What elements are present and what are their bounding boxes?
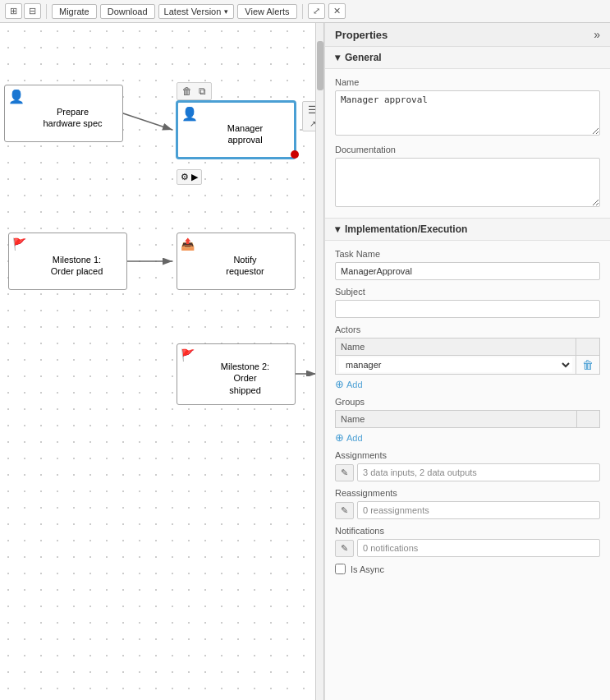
toolbar-view-group: ⊞ ⊟ xyxy=(5,3,41,19)
latest-version-dropdown[interactable]: Latest Version ▾ xyxy=(158,4,235,19)
actor-delete-cell: 🗑 xyxy=(576,356,600,375)
reassignments-input xyxy=(357,501,600,519)
actors-add-label: Add xyxy=(346,380,363,389)
download-button[interactable]: Download xyxy=(100,4,155,19)
actor-row: manager 🗑 xyxy=(336,356,600,375)
impl-collapse-icon: ▾ xyxy=(335,223,340,235)
general-section-header[interactable]: ▾ General xyxy=(325,47,610,69)
notifications-edit-btn[interactable]: ✎ xyxy=(335,540,354,557)
actors-col-actions xyxy=(576,338,600,356)
error-dot xyxy=(291,150,299,159)
groups-col-name: Name xyxy=(336,411,577,428)
toolbar-list-btn[interactable]: ⊟ xyxy=(24,3,41,19)
prepare-hardware-label: Prepare hardware spec xyxy=(20,94,107,133)
prepare-hardware-node[interactable]: 👤 Prepare hardware spec xyxy=(4,85,123,142)
actors-add-btn[interactable]: ⊕ Add xyxy=(335,378,363,390)
name-field[interactable]: Manager approval xyxy=(335,90,600,136)
main-content: 👤 Prepare hardware spec 🗑 ⧉ ☰ ↗ 👤 Manage… xyxy=(0,23,610,700)
subject-label: Subject xyxy=(335,287,600,297)
toolbar-sep-2 xyxy=(302,4,303,19)
milestone-1-node[interactable]: 🚩 Milestone 1: Order placed xyxy=(8,233,127,290)
impl-section-label: Implementation/Execution xyxy=(345,223,467,235)
task-name-label: Task Name xyxy=(335,249,600,259)
notifications-row: ✎ xyxy=(335,539,600,557)
milestone-1-label: Milestone 1: Order placed xyxy=(28,242,108,281)
service-task-icon: 📤 xyxy=(181,237,195,251)
milestone-2-node[interactable]: 🚩 Milestone 2: Order shipped xyxy=(177,343,296,405)
groups-add-label: Add xyxy=(346,433,363,443)
properties-title: Properties xyxy=(335,29,388,41)
properties-header: Properties » xyxy=(325,23,610,47)
notifications-label: Notifications xyxy=(335,526,600,536)
toolbar-sep-1 xyxy=(46,4,47,19)
impl-section-content: Task Name Subject Actors Name xyxy=(325,241,610,583)
dropdown-arrow-icon: ▾ xyxy=(224,7,228,16)
groups-add-btn[interactable]: ⊕ Add xyxy=(335,431,363,444)
node-delete-btn[interactable]: 🗑 xyxy=(180,85,195,98)
milestone-2-label: Milestone 2: Order shipped xyxy=(198,349,274,399)
groups-add-icon: ⊕ xyxy=(335,431,344,444)
actor-delete-btn[interactable]: 🗑 xyxy=(580,357,596,372)
task-name-input[interactable] xyxy=(335,262,600,280)
assignments-edit-btn[interactable]: ✎ xyxy=(335,464,354,481)
actor-select[interactable]: manager xyxy=(339,357,572,372)
manager-approval-label: Manager approval xyxy=(204,111,268,150)
notifications-input xyxy=(357,539,600,557)
reassignments-edit-btn[interactable]: ✎ xyxy=(335,502,354,519)
manager-approval-node[interactable]: 👤 Manager approval xyxy=(177,101,296,159)
actors-label: Actors xyxy=(335,325,600,334)
is-async-label: Is Async xyxy=(351,564,384,574)
user-task-icon: 👤 xyxy=(8,89,25,106)
actors-table: Name manager 🗑 xyxy=(335,338,600,375)
toolbar: ⊞ ⊟ Migrate Download Latest Version ▾ Vi… xyxy=(0,0,610,23)
gear-widget[interactable]: ⚙ ▶ xyxy=(177,169,202,185)
groups-label: Groups xyxy=(335,397,600,407)
notify-requestor-label: Notify requestor xyxy=(203,242,268,281)
groups-table: Name xyxy=(335,410,600,428)
milestone-2-flag-icon: 🚩 xyxy=(181,348,195,362)
documentation-field[interactable] xyxy=(335,158,600,207)
gear-arrow-icon: ▶ xyxy=(191,172,198,182)
is-async-checkbox[interactable] xyxy=(335,564,346,574)
canvas-area[interactable]: 👤 Prepare hardware spec 🗑 ⧉ ☰ ↗ 👤 Manage… xyxy=(0,23,324,700)
canvas-scrollbar[interactable] xyxy=(315,23,323,700)
svg-line-1 xyxy=(123,113,172,130)
scrollbar-thumb[interactable] xyxy=(317,41,323,90)
reassignments-row: ✎ xyxy=(335,501,600,519)
assignments-row: ✎ xyxy=(335,463,600,481)
node-toolbar: 🗑 ⧉ xyxy=(177,82,212,100)
actors-col-name: Name xyxy=(336,338,576,356)
properties-toggle-btn[interactable]: » xyxy=(594,28,600,41)
subject-input[interactable] xyxy=(335,300,600,318)
is-async-row: Is Async xyxy=(335,564,600,574)
toolbar-grid-btn[interactable]: ⊞ xyxy=(5,3,22,19)
view-alerts-button[interactable]: View Alerts xyxy=(237,4,296,19)
impl-section-header[interactable]: ▾ Implementation/Execution xyxy=(325,219,610,241)
actors-add-icon: ⊕ xyxy=(335,378,344,390)
actor-select-cell: manager xyxy=(336,356,576,375)
general-collapse-icon: ▾ xyxy=(335,52,340,63)
notify-requestor-node[interactable]: 📤 Notify requestor xyxy=(177,233,296,290)
general-section-content: Name Manager approval Documentation xyxy=(325,69,610,218)
reassignments-label: Reassignments xyxy=(335,488,600,498)
name-label: Name xyxy=(335,77,600,87)
groups-col-actions xyxy=(577,411,600,428)
properties-panel: Properties » ▾ General Name Manager appr… xyxy=(324,23,610,700)
migrate-button[interactable]: Migrate xyxy=(52,4,97,19)
expand-btn[interactable]: ⤢ xyxy=(308,3,325,19)
node-copy-btn[interactable]: ⧉ xyxy=(196,85,209,98)
general-section-label: General xyxy=(345,52,382,63)
milestone-flag-icon: 🚩 xyxy=(12,237,26,251)
assignments-input xyxy=(357,463,600,481)
gear-icon: ⚙ xyxy=(181,172,189,182)
user-task-icon-2: 👤 xyxy=(181,106,198,123)
close-btn[interactable]: ✕ xyxy=(328,3,346,19)
documentation-label: Documentation xyxy=(335,145,600,154)
assignments-label: Assignments xyxy=(335,450,600,460)
